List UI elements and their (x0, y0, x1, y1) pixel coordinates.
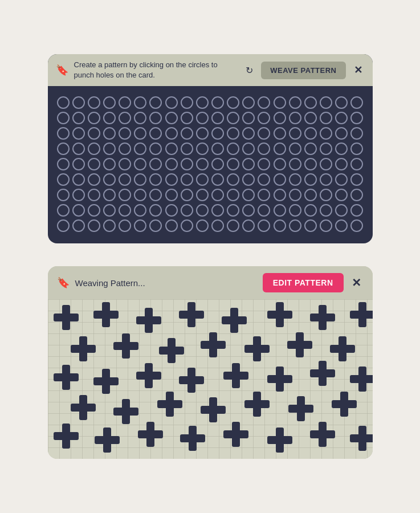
circle[interactable] (57, 96, 70, 109)
circle[interactable] (149, 219, 162, 232)
circle[interactable] (181, 96, 193, 109)
circle[interactable] (320, 204, 332, 217)
circle[interactable] (335, 112, 348, 124)
circle[interactable] (72, 127, 85, 140)
circle[interactable] (119, 204, 131, 217)
circle[interactable] (196, 173, 209, 186)
circle[interactable] (88, 142, 100, 155)
circle[interactable] (88, 158, 100, 170)
circle[interactable] (289, 112, 301, 124)
circle[interactable] (134, 219, 146, 232)
circle[interactable] (165, 158, 178, 170)
circle[interactable] (57, 127, 70, 140)
circle[interactable] (350, 112, 363, 124)
circle[interactable] (335, 189, 348, 201)
circle[interactable] (320, 189, 332, 201)
circle[interactable] (274, 142, 286, 155)
circle[interactable] (304, 96, 317, 109)
circle[interactable] (227, 219, 239, 232)
circle[interactable] (258, 127, 270, 140)
circle[interactable] (119, 219, 131, 232)
circle[interactable] (242, 158, 255, 170)
circle[interactable] (181, 189, 193, 201)
circle[interactable] (289, 173, 301, 186)
circle[interactable] (165, 219, 178, 232)
circle[interactable] (304, 204, 317, 217)
close-button-bottom[interactable]: ✕ (349, 274, 364, 292)
circle[interactable] (320, 112, 332, 124)
circle[interactable] (274, 127, 286, 140)
circle[interactable] (88, 189, 100, 201)
circle[interactable] (304, 158, 317, 170)
circle[interactable] (320, 142, 332, 155)
circle[interactable] (258, 219, 270, 232)
circle[interactable] (274, 189, 286, 201)
circle[interactable] (227, 158, 239, 170)
circle[interactable] (88, 204, 100, 217)
circle[interactable] (258, 142, 270, 155)
circle[interactable] (258, 173, 270, 186)
circle[interactable] (211, 204, 224, 217)
circle[interactable] (304, 173, 317, 186)
circle[interactable] (103, 158, 116, 170)
circle[interactable] (181, 112, 193, 124)
circle[interactable] (181, 204, 193, 217)
circle[interactable] (320, 219, 332, 232)
circle[interactable] (134, 96, 146, 109)
circle[interactable] (258, 112, 270, 124)
circle[interactable] (196, 142, 209, 155)
circle[interactable] (289, 219, 301, 232)
circle[interactable] (181, 127, 193, 140)
circle[interactable] (335, 204, 348, 217)
circle[interactable] (258, 96, 270, 109)
circle[interactable] (304, 112, 317, 124)
circle[interactable] (227, 127, 239, 140)
circle[interactable] (149, 204, 162, 217)
refresh-button[interactable]: ↻ (243, 63, 255, 78)
circle[interactable] (149, 127, 162, 140)
circle[interactable] (335, 127, 348, 140)
circle[interactable] (119, 189, 131, 201)
circle[interactable] (258, 189, 270, 201)
circle[interactable] (196, 189, 209, 201)
circle[interactable] (227, 173, 239, 186)
circle[interactable] (350, 158, 363, 170)
circle[interactable] (181, 219, 193, 232)
circle[interactable] (72, 219, 85, 232)
circle[interactable] (335, 219, 348, 232)
circle[interactable] (242, 219, 255, 232)
circle[interactable] (103, 189, 116, 201)
circle[interactable] (274, 204, 286, 217)
circle[interactable] (211, 158, 224, 170)
circle[interactable] (149, 142, 162, 155)
circle[interactable] (119, 158, 131, 170)
circle[interactable] (289, 96, 301, 109)
circle[interactable] (165, 127, 178, 140)
circle[interactable] (149, 158, 162, 170)
circle[interactable] (304, 219, 317, 232)
circle[interactable] (103, 127, 116, 140)
circle[interactable] (72, 189, 85, 201)
circle[interactable] (165, 204, 178, 217)
circle[interactable] (134, 142, 146, 155)
circle[interactable] (103, 219, 116, 232)
circle[interactable] (211, 189, 224, 201)
circle[interactable] (227, 142, 239, 155)
circle[interactable] (57, 189, 70, 201)
circle[interactable] (134, 112, 146, 124)
circle[interactable] (119, 173, 131, 186)
circle[interactable] (211, 127, 224, 140)
circle[interactable] (103, 96, 116, 109)
circle[interactable] (149, 112, 162, 124)
circle[interactable] (72, 96, 85, 109)
circle[interactable] (134, 158, 146, 170)
circle[interactable] (103, 204, 116, 217)
edit-pattern-button[interactable]: EDIT PATTERN (263, 273, 344, 292)
circle[interactable] (274, 173, 286, 186)
circle[interactable] (134, 189, 146, 201)
circle[interactable] (274, 158, 286, 170)
circle[interactable] (289, 142, 301, 155)
circle[interactable] (320, 127, 332, 140)
circle[interactable] (196, 158, 209, 170)
circle[interactable] (258, 204, 270, 217)
